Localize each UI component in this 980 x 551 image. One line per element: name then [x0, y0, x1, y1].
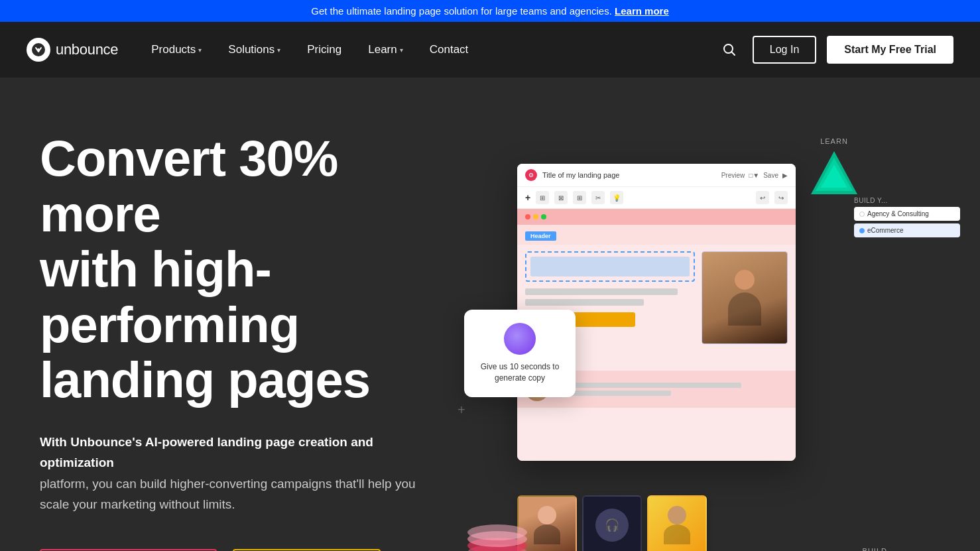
build-label: BUILD	[863, 547, 887, 551]
template-option-ecommerce[interactable]: eCommerce	[854, 223, 960, 237]
toolbar-btn-4[interactable]: ✂	[591, 191, 605, 204]
announcement-text: Get the ultimate landing page solution f…	[311, 5, 615, 17]
toolbar-btn-2[interactable]: ⊠	[554, 191, 568, 204]
learn-label: LEARN	[820, 137, 848, 145]
trial-button[interactable]: Start My Free Trial	[827, 36, 953, 64]
nav-item-contact[interactable]: Contact	[418, 38, 481, 62]
toolbar-btn-5[interactable]: 💡	[610, 191, 623, 204]
search-button[interactable]	[717, 37, 742, 62]
nav-actions: Log In Start My Free Trial	[717, 36, 953, 64]
ai-copy-card: Give us 10 seconds to generate copy	[464, 310, 576, 397]
ai-copy-text: Give us 10 seconds to generate copy	[475, 361, 565, 384]
products-chevron-icon: ▾	[198, 46, 202, 54]
undo-icon[interactable]: ↩	[756, 191, 769, 204]
svg-point-9	[467, 524, 527, 540]
announcement-bar: Get the ultimate landing page solution f…	[0, 0, 980, 22]
template-radio-agency	[859, 212, 865, 217]
toolbar-btn-1[interactable]: ⊞	[536, 191, 549, 204]
template-sidebar-label: Build y...	[854, 197, 960, 204]
builder-logo: ⊙	[525, 169, 537, 181]
announcement-link[interactable]: Learn more	[615, 5, 669, 17]
toolbar-btn-3[interactable]: ⊞	[573, 191, 586, 204]
nav-item-pricing[interactable]: Pricing	[295, 38, 353, 62]
learn-chevron-icon: ▾	[400, 46, 403, 54]
svg-point-1	[37, 48, 40, 51]
hero-title: Convert 30% morewith high-performingland…	[40, 131, 451, 408]
navbar: unbounce Products ▾ Solutions ▾ Pricing …	[0, 22, 980, 78]
plus-icon-1: +	[458, 402, 465, 418]
build-badge: BUILD	[863, 547, 887, 551]
nav-links: Products ▾ Solutions ▾ Pricing Learn ▾ C…	[139, 38, 717, 62]
ai-copy-icon	[504, 323, 536, 355]
logo-icon	[27, 38, 50, 62]
logo-text: unbounce	[56, 41, 118, 58]
logo[interactable]: unbounce	[27, 38, 118, 62]
template-sidebar: Build y... Agency & Consulting eCommerce	[854, 197, 960, 240]
hero-section: Convert 30% morewith high-performingland…	[0, 78, 980, 551]
hero-subtitle: With Unbounce's AI-powered landing page …	[40, 432, 424, 515]
nav-item-solutions[interactable]: Solutions ▾	[216, 38, 292, 62]
solutions-chevron-icon: ▾	[277, 46, 280, 54]
nav-item-learn[interactable]: Learn ▾	[356, 38, 414, 62]
builder-toolbar: + ⊞ ⊠ ⊞ ✂ 💡 ↩ ↪	[517, 187, 796, 209]
builder-title: Title of my landing page	[542, 171, 716, 179]
hero-left: Convert 30% morewith high-performingland…	[40, 117, 451, 551]
3d-stack	[464, 513, 530, 551]
template-option-agency[interactable]: Agency & Consulting	[854, 207, 960, 221]
thumbnail-3	[647, 495, 707, 551]
learn-badge: LEARN	[808, 137, 861, 201]
builder-actions: Preview □▼ Save ▶	[721, 172, 788, 179]
builder-header: ⊙ Title of my landing page Preview □▼ Sa…	[517, 164, 796, 187]
thumbnail-2: 🎧	[582, 495, 642, 551]
login-button[interactable]: Log In	[753, 36, 816, 64]
add-element-icon: +	[525, 192, 530, 203]
template-radio-ecommerce	[859, 228, 865, 233]
hero-right: LEARN Give us 10 seconds to generate cop…	[438, 117, 940, 551]
nav-item-products[interactable]: Products ▾	[139, 38, 214, 62]
redo-icon[interactable]: ↪	[774, 191, 788, 204]
thumbnail-grid: 🎧	[517, 495, 707, 551]
canvas-header-label: Header	[525, 231, 556, 241]
